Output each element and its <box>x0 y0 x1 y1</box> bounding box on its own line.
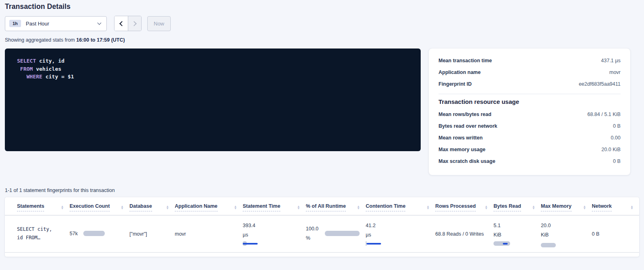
column-header-statement-time[interactable]: Statement Time▴▾ <box>243 197 306 215</box>
aggregation-range-prefix: Showing aggregated stats from <box>5 37 76 43</box>
resource-value: 0.00 <box>611 135 621 141</box>
column-header-application-name[interactable]: Application Name▴▾ <box>175 197 243 215</box>
runtime-pct-bar <box>325 231 360 236</box>
resource-usage-title: Transaction resource usage <box>439 98 621 105</box>
resource-row-max-scratch-disk-usage: Max scratch disk usage 0 B <box>439 155 621 167</box>
now-button[interactable]: Now <box>147 16 171 31</box>
column-header-network[interactable]: Network▴▾ <box>592 197 639 215</box>
column-header-max-memory[interactable]: Max Memory▴▾ <box>541 197 592 215</box>
cell-rows-processed: 68.8 Reads / 0 Writes <box>435 215 494 253</box>
cell-network: 0 B <box>592 215 639 253</box>
cell-statements: SELECT city, id FROM… <box>5 215 70 253</box>
main-content-row: SELECT city, id FROM vehicles WHERE city… <box>5 49 639 175</box>
resource-label: Mean rows written <box>439 135 483 141</box>
application-name-value: movr <box>175 231 186 237</box>
time-range-label: Past Hour <box>26 21 49 27</box>
time-range-dropdown[interactable]: 1h Past Hour <box>5 16 107 31</box>
max-memory-bar <box>541 241 589 246</box>
aggregation-range-value: 16:00 to 17:59 (UTC) <box>76 37 125 43</box>
sort-icon[interactable]: ▴▾ <box>167 205 168 209</box>
summary-value: movr <box>609 70 621 75</box>
sort-icon[interactable]: ▴▾ <box>533 205 534 209</box>
statement-link[interactable]: SELECT city, id FROM… <box>17 225 67 242</box>
database-value: ["movr"] <box>129 231 147 237</box>
chevron-down-icon <box>97 21 102 25</box>
statements-table: Statements▴▾ Execution Count▴▾ Database▴… <box>5 197 639 253</box>
time-step-buttons <box>114 16 142 31</box>
sort-icon[interactable]: ▴▾ <box>485 205 487 209</box>
summary-row-application-name: Application name movr <box>439 66 621 78</box>
cell-statement-time: 393.4 µs <box>243 215 306 253</box>
table-row: SELECT city, id FROM… 57k ["movr"] <box>5 215 639 253</box>
chevron-right-icon <box>131 21 137 26</box>
sql-statement-box: SELECT city, id FROM vehicles WHERE city… <box>5 49 421 151</box>
summary-row-fingerprint-id: Fingerprint ID ee2df683f5aa9411 <box>439 78 621 90</box>
column-header-runtime-pct[interactable]: % of All Runtime▴▾ <box>306 197 366 215</box>
resource-row-max-memory-usage: Max memory usage 20.0 KiB <box>439 143 621 155</box>
summary-label: Application name <box>439 70 481 75</box>
contention-time-value: 41.2 <box>366 221 433 230</box>
transaction-summary-card: Mean transaction time 437.1 µs Applicati… <box>429 49 630 175</box>
summary-label: Fingerprint ID <box>439 81 472 87</box>
sql-keyword: FROM <box>17 66 33 72</box>
bytes-read-unit: KiB <box>494 230 538 240</box>
summary-label: Mean transaction time <box>439 58 492 63</box>
cell-execution-count: 57k <box>70 215 129 253</box>
cell-database: ["movr"] <box>129 215 175 253</box>
statement-time-value: 393.4 <box>243 221 303 230</box>
resource-value: 68.84 / 5.1 KiB <box>587 112 621 117</box>
cell-runtime-pct: 100.0 % <box>306 215 366 253</box>
statement-count-text: 1-1 of 1 statement fingerprints for this… <box>5 188 639 193</box>
page-title: Transaction Details <box>5 2 639 11</box>
resource-value: 0 B <box>613 158 621 164</box>
time-range-badge: 1h <box>9 20 21 27</box>
transaction-details-page: Transaction Details 1h Past Hour Now Sho… <box>0 0 644 257</box>
cell-bytes-read: 5.1 KiB <box>494 215 541 253</box>
execution-count-bar <box>83 231 105 236</box>
card-divider <box>439 94 621 94</box>
contention-time-bar <box>366 241 433 246</box>
column-header-bytes-read[interactable]: Bytes Read▴▾ <box>494 197 541 215</box>
resource-value: 0 B <box>613 123 621 129</box>
resource-row-bytes-read-over-network: Bytes read over network 0 B <box>439 120 621 132</box>
bytes-read-bar <box>494 241 510 246</box>
chevron-left-icon <box>119 21 125 26</box>
resource-row-mean-rows-written: Mean rows written 0.00 <box>439 132 621 143</box>
sql-statement-text: SELECT city, id FROM vehicles WHERE city… <box>17 57 421 81</box>
statement-time-bar <box>243 241 303 246</box>
resource-row-mean-rows-bytes-read: Mean rows/bytes read 68.84 / 5.1 KiB <box>439 108 621 120</box>
runtime-pct-value: 100.0 <box>306 224 318 234</box>
sort-icon[interactable]: ▴▾ <box>427 205 429 209</box>
runtime-pct-unit: % <box>306 234 318 243</box>
resource-label: Max memory usage <box>439 147 485 152</box>
sort-icon[interactable]: ▴▾ <box>358 205 359 209</box>
cell-contention-time: 41.2 µs <box>366 215 435 253</box>
next-time-button[interactable] <box>128 16 141 31</box>
statements-table-card: Statements▴▾ Execution Count▴▾ Database▴… <box>5 197 639 257</box>
column-header-rows-processed[interactable]: Rows Processed▴▾ <box>435 197 494 215</box>
sort-icon[interactable]: ▴▾ <box>235 205 236 209</box>
prev-time-button[interactable] <box>114 16 128 31</box>
network-value: 0 B <box>592 231 600 237</box>
sql-code: city, id <box>36 58 64 64</box>
sort-icon[interactable]: ▴▾ <box>61 205 63 209</box>
column-header-statements[interactable]: Statements▴▾ <box>5 197 70 215</box>
resource-label: Max scratch disk usage <box>439 158 495 164</box>
sort-icon[interactable]: ▴▾ <box>121 205 123 209</box>
summary-row-mean-transaction-time: Mean transaction time 437.1 µs <box>439 55 621 66</box>
column-header-execution-count[interactable]: Execution Count▴▾ <box>70 197 129 215</box>
sql-keyword: WHERE <box>17 74 42 80</box>
execution-count-value: 57k <box>70 231 78 236</box>
sort-icon[interactable]: ▴▾ <box>298 205 299 209</box>
max-memory-value: 20.0 <box>541 221 589 230</box>
resource-label: Bytes read over network <box>439 123 497 129</box>
summary-value: 437.1 µs <box>601 58 621 63</box>
sort-icon[interactable]: ▴▾ <box>584 205 585 209</box>
sort-icon[interactable]: ▴▾ <box>631 205 633 209</box>
column-header-contention-time[interactable]: Contention Time▴▾ <box>366 197 435 215</box>
column-header-database[interactable]: Database▴▾ <box>129 197 175 215</box>
sql-keyword: SELECT <box>17 58 36 64</box>
contention-time-unit: µs <box>366 230 433 240</box>
time-controls: 1h Past Hour Now <box>5 16 639 31</box>
aggregation-range-text: Showing aggregated stats from 16:00 to 1… <box>5 37 639 43</box>
